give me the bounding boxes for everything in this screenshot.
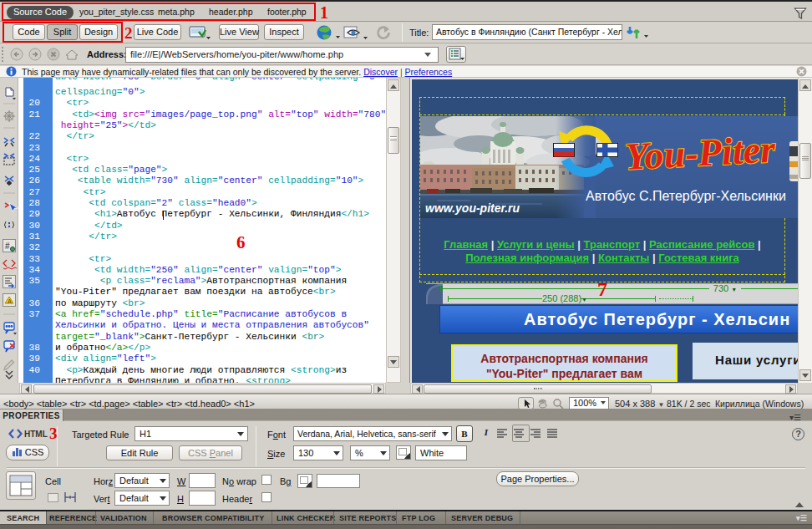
svg-text:www.you-piter.ru: www.you-piter.ru	[425, 201, 520, 215]
svg-text:You-Piter: You-Piter	[624, 128, 778, 178]
svg-text:#: #	[5, 242, 10, 251]
svg-text:A: A	[8, 298, 12, 304]
svg-text:Автобус С.Петербург-Хельсинки: Автобус С.Петербург-Хельсинки	[586, 189, 786, 203]
